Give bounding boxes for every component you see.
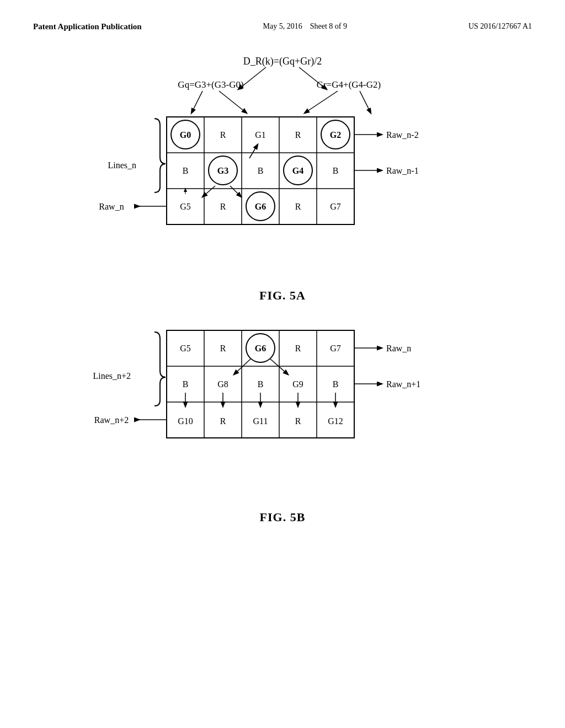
svg-text:G1: G1	[255, 130, 266, 140]
fig5a-diagram: D_R(k)=(Gq+Gr)/2 Gq=G3+(G3-G0) Gr=G4+(G4…	[89, 48, 476, 280]
svg-text:B: B	[258, 166, 264, 175]
svg-text:G12: G12	[328, 416, 343, 426]
publication-number: US 2016/127667 A1	[468, 22, 532, 30]
svg-text:G7: G7	[330, 202, 341, 211]
svg-text:G11: G11	[253, 416, 268, 426]
fig5a-label: FIG. 5A	[259, 288, 306, 303]
svg-line-43	[230, 186, 241, 197]
svg-text:G10: G10	[178, 416, 193, 426]
fig5b-diagram: G5 R G6 R G7 B G8 B G9 B G10 R G11 R G12…	[89, 314, 476, 501]
svg-text:B: B	[183, 166, 189, 175]
svg-text:G6: G6	[255, 344, 266, 353]
svg-text:Raw_n: Raw_n	[386, 344, 411, 353]
formula-gq: Gq=G3+(G3-G0)	[178, 79, 243, 90]
svg-line-2	[191, 91, 202, 113]
svg-text:R: R	[220, 344, 226, 353]
svg-line-3	[219, 91, 247, 113]
svg-text:G5: G5	[180, 344, 191, 353]
svg-text:G3: G3	[217, 166, 228, 175]
svg-text:R: R	[220, 416, 226, 426]
svg-text:Raw_n: Raw_n	[99, 202, 124, 211]
svg-text:Raw_n+1: Raw_n+1	[386, 379, 420, 389]
header: Patent Application Publication May 5, 20…	[33, 22, 532, 31]
svg-text:G0: G0	[180, 130, 191, 140]
svg-text:B: B	[333, 166, 339, 175]
svg-line-4	[305, 91, 338, 113]
fig5b-label: FIG. 5B	[260, 510, 306, 524]
svg-text:G8: G8	[217, 379, 228, 389]
svg-text:G7: G7	[330, 344, 341, 353]
header-right: US 2016/127667 A1	[468, 22, 532, 31]
formula-top: D_R(k)=(Gq+Gr)/2	[243, 56, 322, 67]
svg-text:R: R	[295, 344, 301, 353]
svg-text:Raw_n-2: Raw_n-2	[386, 130, 419, 140]
svg-text:Raw_n+2: Raw_n+2	[94, 415, 129, 425]
svg-line-74	[234, 359, 250, 374]
svg-text:R: R	[295, 130, 301, 140]
svg-text:R: R	[220, 130, 226, 140]
svg-line-5	[360, 91, 371, 113]
svg-text:Lines_n: Lines_n	[108, 160, 136, 170]
page: Patent Application Publication May 5, 20…	[0, 0, 565, 728]
svg-text:R: R	[220, 202, 226, 211]
formula-gr: Gr=G4+(G4-G2)	[317, 79, 381, 90]
svg-text:G2: G2	[330, 130, 341, 140]
figure-5a-area: D_R(k)=(Gq+Gr)/2 Gq=G3+(G3-G0) Gr=G4+(G4…	[33, 48, 532, 303]
sheet-info: Sheet 8 of 9	[310, 22, 347, 30]
svg-text:B: B	[258, 379, 264, 389]
svg-text:G6: G6	[255, 202, 266, 211]
svg-text:R: R	[295, 416, 301, 426]
figure-5b-area: G5 R G6 R G7 B G8 B G9 B G10 R G11 R G12…	[33, 314, 532, 524]
header-left: Patent Application Publication	[33, 22, 142, 31]
svg-text:G9: G9	[292, 379, 303, 389]
svg-text:G5: G5	[180, 202, 191, 211]
svg-text:Raw_n-1: Raw_n-1	[386, 166, 419, 175]
svg-text:Lines_n+2: Lines_n+2	[93, 371, 131, 381]
svg-text:B: B	[183, 379, 189, 389]
svg-text:G4: G4	[292, 166, 303, 175]
svg-line-40	[249, 144, 258, 158]
svg-text:B: B	[333, 379, 339, 389]
svg-text:R: R	[295, 202, 301, 211]
publication-title: Patent Application Publication	[33, 22, 142, 31]
header-center: May 5, 2016 Sheet 8 of 9	[263, 22, 347, 31]
publication-date: May 5, 2016	[263, 22, 302, 30]
